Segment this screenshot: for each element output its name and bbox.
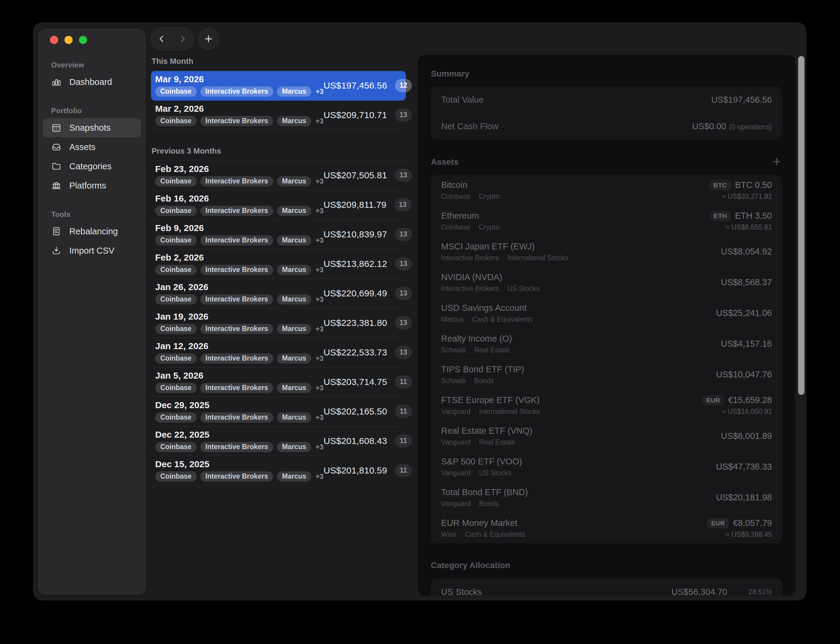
snapshot-tags: Coinbase Interactive Brokers Marcus +3 <box>155 472 324 481</box>
asset-row[interactable]: FTSE Europe ETF (VGK) Vanguard Internati… <box>441 390 772 421</box>
sidebar-item-import-csv[interactable]: Import CSV <box>43 241 141 260</box>
snapshot-value: US$201,608.43 <box>324 436 387 446</box>
allocation-percent: 28.51% <box>748 588 772 596</box>
platform-tag: Coinbase <box>155 176 197 186</box>
close-window-button[interactable] <box>50 36 58 44</box>
asset-platform: Schwab <box>441 346 466 354</box>
snapshot-value: US$209,811.79 <box>324 200 386 210</box>
platform-tag: Coinbase <box>155 294 197 304</box>
asset-category: Crypto <box>479 223 499 231</box>
chevron-left-icon <box>157 34 166 43</box>
platform-tag: Coinbase <box>155 235 197 245</box>
sidebar-item-platforms[interactable]: Platforms <box>43 176 141 195</box>
assets-heading: Assets <box>431 157 459 167</box>
currency-chip: EUR <box>707 518 729 528</box>
asset-row[interactable]: TIPS Bond ETF (TIP) Schwab Bonds US$10,0… <box>441 359 772 390</box>
allocation-category: US Stocks <box>441 587 672 596</box>
app-window: Overview Dashboard Portfolio Snapshots A… <box>33 23 806 600</box>
sidebar-item-assets[interactable]: Assets <box>43 137 141 157</box>
add-asset-button[interactable] <box>771 156 782 167</box>
snapshot-tags: Coinbase Interactive Brokers Marcus +3 <box>155 383 324 393</box>
minimize-window-button[interactable] <box>64 36 72 44</box>
snapshot-date: Feb 9, 2026 <box>155 223 324 233</box>
asset-row[interactable]: USD Savings Account Marcus Cash & Equiva… <box>441 297 772 329</box>
platform-tag: Coinbase <box>155 353 197 363</box>
zoom-window-button[interactable] <box>79 36 87 44</box>
asset-row[interactable]: Bitcoin Coinbase Crypto BTC BTC 0.50 ≈ U… <box>441 175 772 205</box>
platform-tag: Marcus <box>277 383 312 393</box>
snapshot-row[interactable]: Jan 19, 2026 Coinbase Interactive Broker… <box>151 309 406 338</box>
snapshot-date: Feb 23, 2026 <box>155 164 324 174</box>
asset-platform: Vanguard <box>441 438 471 447</box>
platform-tag: Marcus <box>277 206 312 216</box>
summary-row: Net Cash Flow US$0.00 (0 operations) <box>441 113 772 140</box>
forward-button[interactable] <box>173 28 194 50</box>
back-button[interactable] <box>151 28 173 50</box>
asset-row[interactable]: NVIDIA (NVDA) Interactive Brokers US Sto… <box>441 267 772 297</box>
allocation-heading: Category Allocation <box>431 560 510 570</box>
platform-tag: Interactive Brokers <box>201 442 273 452</box>
asset-name: USD Savings Account <box>441 303 533 313</box>
asset-row[interactable]: Real Estate ETF (VNQ) Vanguard Real Esta… <box>441 421 772 451</box>
snapshot-tags: Coinbase Interactive Brokers Marcus +3 <box>155 412 324 422</box>
snapshot-row[interactable]: Dec 29, 2025 Coinbase Interactive Broker… <box>151 397 406 427</box>
sidebar-item-label: Import CSV <box>69 246 115 256</box>
snapshot-date: Jan 12, 2026 <box>155 341 324 351</box>
snapshot-row[interactable]: Dec 15, 2025 Coinbase Interactive Broker… <box>151 456 406 485</box>
snapshot-row[interactable]: Jan 12, 2026 Coinbase Interactive Broker… <box>151 338 406 368</box>
asset-row[interactable]: S&P 500 ETF (VOO) Vanguard US Stocks US$… <box>441 451 772 482</box>
add-snapshot-button[interactable] <box>198 28 219 49</box>
snapshot-row[interactable]: Feb 23, 2026 Coinbase Interactive Broker… <box>151 161 406 191</box>
snapshot-row[interactable]: Feb 16, 2026 Coinbase Interactive Broker… <box>151 191 406 220</box>
snapshot-date: Dec 22, 2025 <box>155 430 324 440</box>
asset-platform: Interactive Brokers <box>441 254 499 262</box>
asset-row[interactable]: Realty Income (O) Schwab Real Estate US$… <box>441 329 772 359</box>
snapshot-group-this-month: This Month Mar 9, 2026 Coinbase Interact… <box>151 53 406 130</box>
platform-tag: Coinbase <box>155 87 197 97</box>
document-icon <box>51 226 61 237</box>
asset-platform: Interactive Brokers <box>441 285 499 293</box>
asset-row[interactable]: Ethereum Coinbase Crypto ETH ETH 3.50 ≈ … <box>441 205 772 236</box>
snapshot-row[interactable]: Feb 9, 2026 Coinbase Interactive Brokers… <box>151 220 406 250</box>
sidebar-item-label: Assets <box>69 142 95 152</box>
panel-scrollbar-thumb[interactable] <box>798 56 804 395</box>
snapshot-value: US$202,165.50 <box>324 406 387 417</box>
sidebar-item-label: Platforms <box>69 181 106 191</box>
snapshot-date: Mar 9, 2026 <box>155 74 324 84</box>
bank-icon <box>51 181 61 191</box>
snapshot-row[interactable]: Mar 2, 2026 Coinbase Interactive Brokers… <box>151 100 406 130</box>
sidebar-item-label: Categories <box>69 161 112 171</box>
platform-tag: Interactive Brokers <box>201 116 273 126</box>
asset-category: Cash & Equivalents <box>472 315 533 324</box>
sidebar-item-rebalancing[interactable]: Rebalancing <box>43 222 141 241</box>
asset-name: MSCI Japan ETF (EWJ) <box>441 241 568 251</box>
sidebar-item-categories[interactable]: Categories <box>43 157 141 176</box>
snapshot-row[interactable]: Mar 9, 2026 Coinbase Interactive Brokers… <box>151 71 406 100</box>
platform-tag: Coinbase <box>155 442 197 452</box>
asset-amount: BTC 0.50 <box>735 180 772 190</box>
snapshot-row[interactable]: Jan 5, 2026 Coinbase Interactive Brokers… <box>151 368 406 397</box>
asset-row[interactable]: EUR Money Market Wise Cash & Equivalents… <box>441 513 772 544</box>
snapshot-row[interactable]: Jan 26, 2026 Coinbase Interactive Broker… <box>151 279 406 309</box>
asset-row[interactable]: Total Bond ETF (BND) Vanguard Bonds US$2… <box>441 482 772 513</box>
window-controls <box>39 36 145 44</box>
platform-tag: Coinbase <box>155 265 197 275</box>
snapshot-value: US$213,862.12 <box>324 259 387 269</box>
asset-amount: €8,057.79 <box>733 518 772 528</box>
currency-chip: ETH <box>710 211 731 221</box>
asset-row[interactable]: MSCI Japan ETF (EWJ) Interactive Brokers… <box>441 236 772 267</box>
sidebar-item-label: Dashboard <box>69 77 112 87</box>
sidebar-item-dashboard[interactable]: Dashboard <box>43 72 141 92</box>
snapshot-row[interactable]: Feb 2, 2026 Coinbase Interactive Brokers… <box>151 250 406 279</box>
platform-tag: Interactive Brokers <box>201 235 273 245</box>
sidebar: Overview Dashboard Portfolio Snapshots A… <box>38 29 146 595</box>
import-icon <box>51 245 61 256</box>
platform-tag: Interactive Brokers <box>201 206 273 216</box>
platform-tag: Marcus <box>277 353 312 363</box>
snapshot-detail-panel: Summary Total Value US$197,456.56 Net Ca… <box>418 55 796 596</box>
snapshot-row[interactable]: Dec 22, 2025 Coinbase Interactive Broker… <box>151 427 406 456</box>
asset-amount: US$4,157.16 <box>721 339 772 349</box>
sidebar-item-snapshots[interactable]: Snapshots <box>43 118 141 137</box>
snapshot-date: Jan 5, 2026 <box>155 371 324 381</box>
asset-category: US Stocks <box>507 285 539 293</box>
